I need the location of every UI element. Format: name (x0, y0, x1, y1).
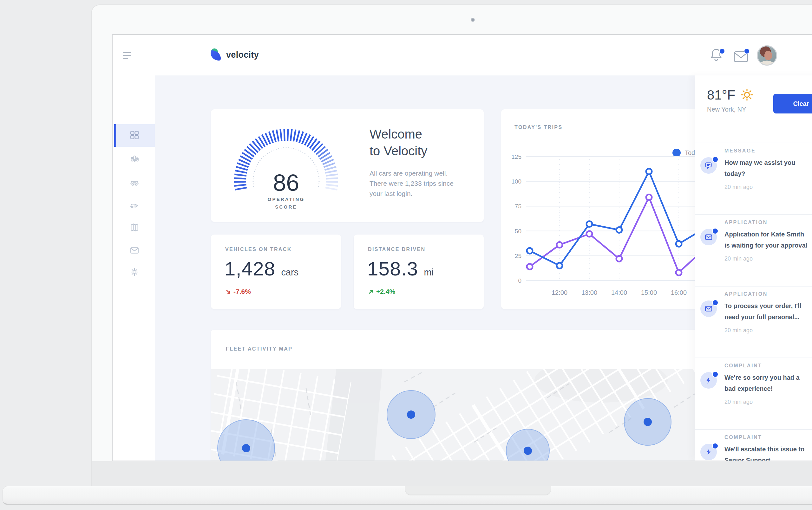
svg-text:15:00: 15:00 (641, 289, 657, 296)
bolt-icon (700, 444, 717, 460)
svg-text:OPERATING: OPERATING (268, 197, 305, 202)
sidebar-item-vehicles[interactable] (130, 178, 139, 187)
notification-text: We're so sorry you had abad experience! (724, 372, 800, 394)
svg-text:16:00: 16:00 (671, 289, 687, 296)
unread-badge (712, 371, 719, 378)
svg-text:13:00: 13:00 (581, 289, 597, 296)
notification-application[interactable]: APPLICATION Application for Kate Smithis… (695, 215, 812, 287)
trend-down-icon (225, 289, 231, 295)
map-icon (130, 223, 139, 232)
trend-up-icon (368, 289, 374, 295)
svg-text:14:00: 14:00 (611, 289, 627, 296)
welcome-body: All cars are operating well. There were … (370, 168, 454, 199)
sidebar-item-rides[interactable] (130, 201, 139, 210)
laptop-base (3, 486, 812, 505)
operating-score-gauge: 86OPERATINGSCORE (228, 120, 346, 215)
weather-widget: 81°F New York, NY Clear (695, 76, 812, 143)
notification-text: Application for Kate Smithis waiting for… (724, 229, 807, 251)
stat-unit: cars (281, 267, 298, 277)
unread-badge (712, 228, 719, 234)
svg-text:86: 86 (273, 170, 299, 196)
sidebar-item-stats[interactable] (130, 154, 139, 164)
stat-delta: +2.4% (368, 288, 395, 295)
notification-category: MESSAGE (724, 148, 756, 154)
mail-badge (744, 48, 750, 54)
weather-location: New York, NY (707, 106, 746, 113)
envelope-icon (700, 229, 717, 245)
dashboard-grid-icon (130, 130, 139, 140)
envelope-icon (700, 300, 717, 317)
unread-badge (712, 156, 719, 162)
sidebar-item-settings[interactable] (130, 267, 139, 277)
logo-text: velocity (226, 50, 259, 60)
fleet-map-card: FLEET ACTIVITY MAP (211, 330, 717, 460)
svg-text:0: 0 (518, 277, 521, 284)
chat-icon (700, 157, 717, 174)
map-cluster[interactable] (387, 390, 435, 439)
stats-sliders-icon (130, 154, 139, 164)
map-cluster[interactable] (624, 398, 671, 445)
sidebar-item-dashboard[interactable] (130, 130, 139, 140)
notification-application[interactable]: APPLICATION To process your order, I'lln… (695, 287, 812, 358)
fleet-activity-map[interactable] (211, 369, 717, 460)
notification-category: APPLICATION (724, 220, 767, 226)
notification-message[interactable]: MESSAGE How may we assist youtoday? 20 m… (695, 143, 812, 215)
notification-complaint[interactable]: COMPLAINT We're so sorry you had abad ex… (695, 358, 812, 430)
svg-text:50: 50 (515, 228, 521, 235)
svg-text:100: 100 (511, 178, 521, 185)
svg-text:125: 125 (511, 153, 521, 160)
welcome-card: 86OPERATINGSCORE Welcome to Velocity All… (211, 109, 484, 222)
settings-gear-icon (130, 267, 139, 277)
stat-value: 158.3 mi (367, 258, 434, 280)
avatar[interactable] (757, 45, 777, 66)
notification-category: COMPLAINT (724, 363, 762, 369)
welcome-heading: Welcome to Velocity (370, 126, 427, 159)
laptop-hinge (92, 461, 812, 486)
clear-button[interactable]: Clear (773, 94, 812, 114)
car-pointer-icon (130, 201, 139, 210)
unread-badge (712, 300, 719, 306)
svg-text:12:00: 12:00 (552, 289, 568, 296)
laptop-notch (405, 486, 551, 496)
stat-delta: -7.6% (225, 288, 251, 295)
stat-value: 1,428 cars (225, 258, 298, 280)
vehicles-on-track-card: VEHICLES ON TRACK 1,428 cars -7.6% (211, 235, 341, 309)
trips-line-chart: 025507510012512:0013:0014:0015:0016:00 (501, 109, 717, 309)
svg-text:75: 75 (515, 203, 521, 210)
sun-icon (740, 88, 754, 101)
car-icon (130, 178, 139, 187)
notification-category: APPLICATION (724, 291, 767, 297)
mail-icon (130, 246, 139, 255)
notification-complaint[interactable]: COMPLAINT We'll escalate this issue toSe… (695, 430, 812, 460)
sidebar-item-messages[interactable] (130, 246, 139, 255)
unread-badge (712, 443, 719, 449)
laptop-camera-icon (471, 18, 475, 22)
card-title: FLEET ACTIVITY MAP (226, 346, 292, 352)
sidebar-item-map[interactable] (130, 223, 139, 232)
temperature: 81°F (707, 88, 735, 103)
dashboard-app: velocity (113, 35, 812, 460)
notification-text: We'll escalate this issue toSenior Suppo… (724, 444, 804, 460)
notification-category: COMPLAINT (724, 434, 762, 440)
app-logo: velocity (210, 48, 259, 62)
stat-label: DISTANCE DRIVEN (368, 247, 426, 252)
todays-trips-card: TODAY'S TRIPS Today 025507510012512:0013… (501, 109, 717, 309)
bell-badge (719, 48, 725, 54)
bolt-icon (700, 372, 717, 389)
stat-label: VEHICLES ON TRACK (225, 247, 292, 252)
svg-text:SCORE: SCORE (275, 204, 297, 210)
logo-leaf-icon (210, 48, 223, 61)
distance-driven-card: DISTANCE DRIVEN 158.3 mi +2.4% (354, 235, 484, 309)
notification-time: 20 min ago (724, 399, 753, 406)
notification-text: To process your order, I'llneed your ful… (724, 300, 801, 323)
sidebar-active-bar (114, 124, 116, 147)
notification-time: 20 min ago (724, 184, 753, 190)
laptop-screen: velocity (113, 35, 812, 460)
svg-text:25: 25 (515, 252, 521, 259)
notification-time: 20 min ago (724, 327, 753, 334)
notification-time: 20 min ago (724, 256, 753, 262)
notification-text: How may we assist youtoday? (724, 157, 795, 179)
menu-icon[interactable] (123, 52, 132, 61)
notifications-panel: 81°F New York, NY Clear MESSAGE How may … (695, 76, 812, 460)
stat-unit: mi (424, 267, 434, 277)
